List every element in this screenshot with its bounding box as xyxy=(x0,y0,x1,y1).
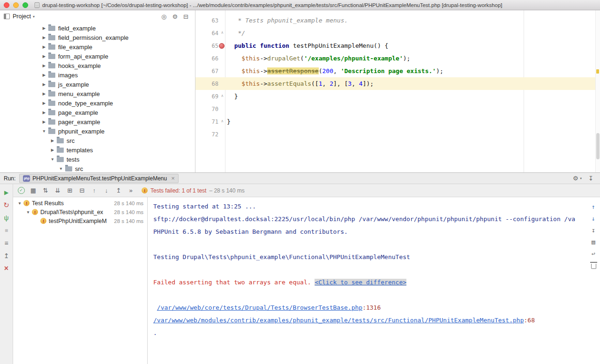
show-console-icon[interactable]: ▦ xyxy=(27,186,39,196)
minimize-window-icon[interactable] xyxy=(13,2,19,8)
tree-item-tests[interactable]: ▼tests xyxy=(0,155,195,164)
test-history-icon[interactable]: ≡ xyxy=(0,237,13,249)
test-node-Drupal-Tests-phpunit-ex[interactable]: ▼Drupal\Tests\phpunit_ex28 s 140 ms xyxy=(13,208,147,216)
project-tree: ▶field_example▶field_permission_example▶… xyxy=(0,22,195,172)
tree-item-src[interactable]: ▼src xyxy=(0,164,195,172)
project-panel-title[interactable]: Project xyxy=(13,13,31,20)
stacktrace-link[interactable]: /var/www/web/core/tests/Drupal/Tests/Bro… xyxy=(157,304,362,311)
warning-stripe-mark[interactable] xyxy=(596,69,599,74)
chevron-right-icon[interactable]: ▶ xyxy=(41,35,47,40)
chevron-right-icon[interactable]: ▶ xyxy=(41,63,47,68)
export-test-results-icon[interactable]: ↥ xyxy=(0,249,13,262)
close-tab-icon[interactable]: × xyxy=(171,175,175,181)
chevron-right-icon[interactable]: ▶ xyxy=(41,54,47,59)
tree-item-field_permission_example[interactable]: ▶field_permission_example xyxy=(0,33,195,42)
collapse-all-icon[interactable]: ⊟ xyxy=(76,186,88,196)
tree-item-js_example[interactable]: ▶js_example xyxy=(0,80,195,89)
chevron-right-icon[interactable]: ▶ xyxy=(41,45,47,49)
chevron-down-icon[interactable]: ▼ xyxy=(25,210,31,215)
stop-icon[interactable]: ■ xyxy=(0,224,13,237)
tree-item-hooks_example[interactable]: ▶hooks_example xyxy=(0,61,195,70)
stacktrace-link[interactable]: /var/www/web/modules/contrib/examples/ph… xyxy=(153,317,524,324)
tree-item-pager_example[interactable]: ▶pager_example xyxy=(0,117,195,126)
fold-marker-icon[interactable]: ∧ xyxy=(221,119,224,123)
tree-item-field_example[interactable]: ▶field_example xyxy=(0,23,195,33)
title-bar: drupal-testing-workshop [~/Code/os/drupa… xyxy=(0,0,600,10)
down-stack-trace-icon[interactable]: ↓ xyxy=(589,214,598,223)
tree-item-src[interactable]: ▶src xyxy=(0,136,195,145)
chevron-down-icon[interactable]: ▼ xyxy=(41,129,47,134)
chevron-right-icon[interactable]: ▶ xyxy=(41,119,47,124)
soft-wrap-icon[interactable]: ↩ xyxy=(589,249,598,259)
import-test-results-icon[interactable]: ↥ xyxy=(112,186,125,196)
test-node-Test-Results[interactable]: ▼Test Results28 s 140 ms xyxy=(13,199,147,208)
locate-file-icon[interactable]: ◎ xyxy=(161,14,166,20)
code-line-71[interactable]: 71∧} xyxy=(195,115,600,128)
next-failed-test-icon[interactable]: ↓ xyxy=(100,186,112,196)
close-icon[interactable]: × xyxy=(0,262,13,275)
tree-item-page_example[interactable]: ▶page_example xyxy=(0,108,195,117)
tree-item-templates[interactable]: ▶templates xyxy=(0,145,195,155)
expand-all-icon[interactable]: ⊞ xyxy=(64,186,76,196)
tree-item-file_example[interactable]: ▶file_example xyxy=(0,42,195,52)
fold-marker-icon[interactable]: ∧ xyxy=(221,30,224,35)
fold-marker-icon[interactable]: ∧ xyxy=(221,94,224,98)
failed-test-gutter-icon[interactable] xyxy=(219,43,225,49)
chevron-right-icon[interactable]: ▶ xyxy=(50,148,55,152)
tree-item-form_api_example[interactable]: ▶form_api_example xyxy=(0,52,195,61)
show-passed-icon[interactable]: ✓ xyxy=(15,186,27,196)
code-line-63[interactable]: 63 * Tests phpunit_example menus. xyxy=(195,14,600,27)
code-line-65[interactable]: 65 public function testPhpUnitExampleMen… xyxy=(195,39,600,52)
zoom-window-icon[interactable] xyxy=(22,2,28,8)
up-stack-trace-icon[interactable]: ↑ xyxy=(589,202,598,212)
chevron-down-icon[interactable]: ▼ xyxy=(58,166,64,171)
code-line-70[interactable]: 70 xyxy=(195,103,600,115)
run-tab[interactable]: php PHPUnitExampleMenuTest.testPhpUnitEx… xyxy=(19,174,178,183)
more-icon[interactable]: » xyxy=(125,186,137,196)
console-line-1: sftp://docker@drupaltest.docksal:2225/us… xyxy=(153,213,579,225)
code-line-69[interactable]: 69∧ } xyxy=(195,90,600,103)
tree-item-node_type_example[interactable]: ▶node_type_example xyxy=(0,98,195,108)
test-console[interactable]: Testing started at 13:25 ...sftp://docke… xyxy=(148,197,600,364)
stacktrace-link[interactable]: <Click to see difference> xyxy=(315,279,406,286)
previous-failed-test-icon[interactable]: ↑ xyxy=(88,186,100,196)
toggle-auto-test-icon[interactable]: ψ xyxy=(0,211,13,224)
chevron-down-icon[interactable]: ▾ xyxy=(33,15,35,19)
chevron-right-icon[interactable]: ▶ xyxy=(41,82,47,87)
console-line-2: PHPUnit 6.5.8 by Sebastian Bergmann and … xyxy=(153,225,579,238)
tree-item-images[interactable]: ▶images xyxy=(0,70,195,80)
chevron-down-icon[interactable]: ▼ xyxy=(17,201,22,206)
hide-panel-icon[interactable]: ⊟ xyxy=(183,14,188,20)
chevron-right-icon[interactable]: ▶ xyxy=(41,26,47,30)
rerun-tests-icon[interactable]: ▶ xyxy=(0,186,13,199)
code-line-72[interactable]: 72 xyxy=(195,128,600,141)
tree-item-phpunit_example[interactable]: ▼phpunit_example xyxy=(0,126,195,136)
code-line-67[interactable]: 67 $this->assertResponse(200, 'Descripti… xyxy=(195,65,600,77)
sort-by-duration-icon[interactable]: ⇊ xyxy=(52,186,64,196)
settings-gear-icon[interactable]: ⚙ xyxy=(172,14,178,20)
code-line-64[interactable]: 64∧ */ xyxy=(195,27,600,39)
chevron-right-icon[interactable]: ▶ xyxy=(41,110,47,115)
chevron-right-icon[interactable]: ▶ xyxy=(41,91,47,96)
test-node-testPhpUnitExampleM[interactable]: testPhpUnitExampleM28 s 140 ms xyxy=(13,216,147,225)
sort-alphabetically-icon[interactable]: ⇅ xyxy=(39,186,52,196)
code-line-66[interactable]: 66 $this->drupalGet('/examples/phpunit-e… xyxy=(195,52,600,65)
chevron-right-icon[interactable]: ▶ xyxy=(50,138,55,143)
editor-scrollbar[interactable] xyxy=(595,10,600,172)
editor-code-area[interactable]: 63 * Tests phpunit_example menus.64∧ */6… xyxy=(195,14,600,141)
close-window-icon[interactable] xyxy=(4,2,9,8)
chevron-right-icon[interactable]: ▶ xyxy=(41,101,47,105)
scroll-to-end-icon[interactable]: ↧ xyxy=(589,225,598,235)
chevron-right-icon[interactable]: ▶ xyxy=(41,73,47,77)
hide-panel-icon[interactable]: ↧ xyxy=(588,175,593,181)
scrollbar-thumb[interactable] xyxy=(596,133,600,159)
clear-console-icon[interactable] xyxy=(589,260,598,270)
code-line-68[interactable]: 68 $this->assertEquals([1, 2], [3, 4]); xyxy=(195,77,600,90)
code-token: -> xyxy=(260,67,267,74)
print-icon[interactable]: ▤ xyxy=(589,237,598,247)
tree-item-menu_example[interactable]: ▶menu_example xyxy=(0,89,195,98)
settings-gear-icon[interactable]: ⚙ xyxy=(573,175,578,181)
rerun-failed-tests-icon[interactable]: ↻ xyxy=(0,199,13,211)
editor[interactable]: 63 * Tests phpunit_example menus.64∧ */6… xyxy=(195,10,600,172)
chevron-down-icon[interactable]: ▼ xyxy=(50,157,55,162)
